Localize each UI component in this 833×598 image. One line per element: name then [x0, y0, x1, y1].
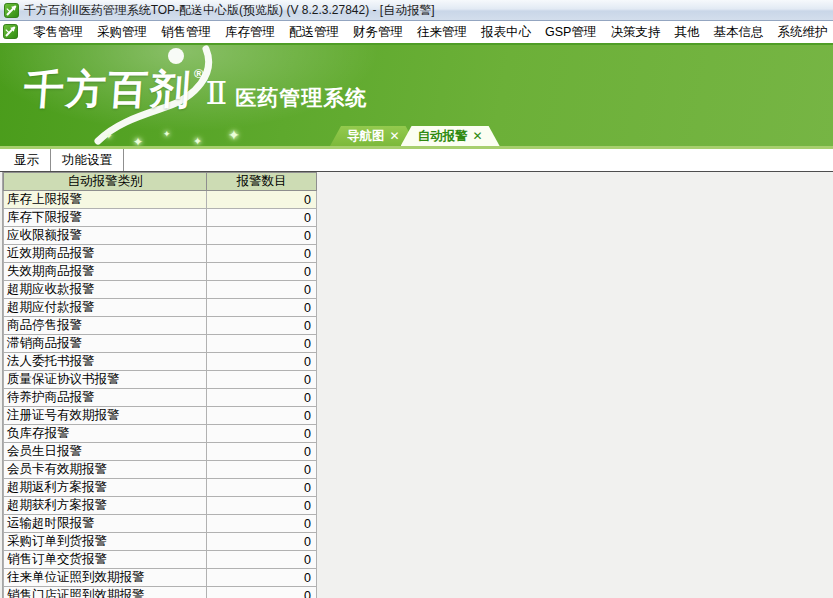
app-logo-icon: [4, 3, 19, 18]
alarm-count-cell[interactable]: 0: [207, 209, 317, 227]
alarm-count-cell[interactable]: 0: [207, 407, 317, 425]
alarm-count-cell[interactable]: 0: [207, 317, 317, 335]
alarm-count-cell[interactable]: 0: [207, 497, 317, 515]
table-row[interactable]: 库存上限报警0: [4, 191, 317, 209]
menu-item-往来管理[interactable]: 往来管理: [410, 22, 474, 43]
close-icon[interactable]: ✕: [473, 129, 483, 143]
alarm-count-cell[interactable]: 0: [207, 389, 317, 407]
column-header-自动报警类别: 自动报警类别: [4, 173, 207, 191]
alarm-category-cell[interactable]: 法人委托书报警: [4, 353, 207, 371]
close-icon[interactable]: ✕: [390, 129, 400, 143]
alarm-count-cell[interactable]: 0: [207, 371, 317, 389]
alarm-count-cell[interactable]: 0: [207, 425, 317, 443]
table-row[interactable]: 注册证号有效期报警0: [4, 407, 317, 425]
alarm-category-cell[interactable]: 库存下限报警: [4, 209, 207, 227]
alarm-category-cell[interactable]: 超期获利方案报警: [4, 497, 207, 515]
alarm-count-cell[interactable]: 0: [207, 443, 317, 461]
menu-item-决策支持[interactable]: 决策支持: [603, 22, 667, 43]
menu-item-销售管理[interactable]: 销售管理: [154, 22, 218, 43]
table-row[interactable]: 滞销商品报警0: [4, 335, 317, 353]
menu-app-logo-icon[interactable]: [3, 24, 20, 41]
panel-tab-strip: 显示功能设置: [0, 149, 833, 171]
alarm-count-cell[interactable]: 0: [207, 515, 317, 533]
alarm-category-cell[interactable]: 负库存报警: [4, 425, 207, 443]
menu-item-报表中心[interactable]: 报表中心: [474, 22, 538, 43]
alarm-category-cell[interactable]: 近效期商品报警: [4, 245, 207, 263]
menu-item-采购管理[interactable]: 采购管理: [90, 22, 154, 43]
doc-tab-label: 自动报警: [418, 128, 468, 145]
menu-item-系统维护[interactable]: 系统维护: [770, 22, 833, 43]
table-row[interactable]: 会员卡有效期报警0: [4, 461, 317, 479]
alarm-category-cell[interactable]: 超期返利方案报警: [4, 479, 207, 497]
table-row[interactable]: 超期应收款报警0: [4, 281, 317, 299]
alarm-count-cell[interactable]: 0: [207, 353, 317, 371]
table-header-row: 自动报警类别报警数目: [4, 173, 317, 191]
alarm-category-cell[interactable]: 会员生日报警: [4, 443, 207, 461]
table-row[interactable]: 负库存报警0: [4, 425, 317, 443]
alarm-count-cell[interactable]: 0: [207, 461, 317, 479]
alarm-count-cell[interactable]: 0: [207, 569, 317, 587]
sparkle-icon: ✦: [163, 129, 171, 139]
panel-tab-功能设置[interactable]: 功能设置: [51, 149, 124, 171]
table-row[interactable]: 销售订单交货报警0: [4, 551, 317, 569]
alarm-category-cell[interactable]: 质量保证协议书报警: [4, 371, 207, 389]
alarm-count-cell[interactable]: 0: [207, 587, 317, 598]
table-row[interactable]: 销售门店证照到效期报警0: [4, 587, 317, 598]
table-row[interactable]: 待养护商品报警0: [4, 389, 317, 407]
menu-item-库存管理[interactable]: 库存管理: [218, 22, 282, 43]
table-row[interactable]: 法人委托书报警0: [4, 353, 317, 371]
table-row[interactable]: 超期获利方案报警0: [4, 497, 317, 515]
content-area: 自动报警类别报警数目 库存上限报警0库存下限报警0应收限额报警0近效期商品报警0…: [0, 171, 833, 598]
alarm-category-cell[interactable]: 滞销商品报警: [4, 335, 207, 353]
alarm-count-cell[interactable]: 0: [207, 479, 317, 497]
alarm-category-cell[interactable]: 销售门店证照到效期报警: [4, 587, 207, 598]
alarm-category-cell[interactable]: 库存上限报警: [4, 191, 207, 209]
menu-item-基本信息[interactable]: 基本信息: [706, 22, 770, 43]
table-row[interactable]: 失效期商品报警0: [4, 263, 317, 281]
menu-item-零售管理[interactable]: 零售管理: [26, 22, 90, 43]
table-row[interactable]: 库存下限报警0: [4, 209, 317, 227]
table-row[interactable]: 采购订单到货报警0: [4, 533, 317, 551]
table-row[interactable]: 超期应付款报警0: [4, 299, 317, 317]
alarm-count-cell[interactable]: 0: [207, 533, 317, 551]
menu-items: 零售管理采购管理销售管理库存管理配送管理财务管理往来管理报表中心GSP管理决策支…: [26, 22, 833, 43]
alarm-count-cell[interactable]: 0: [207, 299, 317, 317]
table-row[interactable]: 超期返利方案报警0: [4, 479, 317, 497]
alarm-category-cell[interactable]: 往来单位证照到效期报警: [4, 569, 207, 587]
table-row[interactable]: 往来单位证照到效期报警0: [4, 569, 317, 587]
menu-item-配送管理[interactable]: 配送管理: [282, 22, 346, 43]
window-title: 千方百剂II医药管理系统TOP-配送中心版(预览版) (V 8.2.3.2784…: [24, 2, 435, 19]
alarm-count-cell[interactable]: 0: [207, 263, 317, 281]
alarm-category-cell[interactable]: 失效期商品报警: [4, 263, 207, 281]
menu-item-其他[interactable]: 其他: [667, 22, 706, 43]
menu-item-财务管理[interactable]: 财务管理: [346, 22, 410, 43]
app-logo: 千方百剂 ® Ⅱ 医药管理系统: [24, 69, 367, 109]
table-row[interactable]: 会员生日报警0: [4, 443, 317, 461]
alarm-count-cell[interactable]: 0: [207, 245, 317, 263]
alarm-count-cell[interactable]: 0: [207, 191, 317, 209]
alarm-category-cell[interactable]: 超期应付款报警: [4, 299, 207, 317]
alarm-category-cell[interactable]: 采购订单到货报警: [4, 533, 207, 551]
alarm-category-cell[interactable]: 注册证号有效期报警: [4, 407, 207, 425]
menu-item-GSP管理[interactable]: GSP管理: [538, 22, 603, 43]
table-row[interactable]: 运输超时限报警0: [4, 515, 317, 533]
alarm-count-cell[interactable]: 0: [207, 227, 317, 245]
alarm-category-cell[interactable]: 运输超时限报警: [4, 515, 207, 533]
logo-subtitle: 医药管理系统: [235, 86, 367, 109]
table-row[interactable]: 商品停售报警0: [4, 317, 317, 335]
application-window: { "window": { "title": "千方百剂II医药管理系统TOP-…: [0, 0, 833, 598]
alarm-category-cell[interactable]: 销售订单交货报警: [4, 551, 207, 569]
alarm-category-cell[interactable]: 应收限额报警: [4, 227, 207, 245]
table-row[interactable]: 质量保证协议书报警0: [4, 371, 317, 389]
alarm-category-cell[interactable]: 待养护商品报警: [4, 389, 207, 407]
alarm-category-cell[interactable]: 超期应收款报警: [4, 281, 207, 299]
alarm-count-cell[interactable]: 0: [207, 335, 317, 353]
alarm-count-cell[interactable]: 0: [207, 281, 317, 299]
panel-tab-显示[interactable]: 显示: [3, 149, 51, 171]
table-row[interactable]: 应收限额报警0: [4, 227, 317, 245]
alarm-category-cell[interactable]: 商品停售报警: [4, 317, 207, 335]
doc-tab-自动报警[interactable]: 自动报警✕: [401, 126, 500, 146]
table-row[interactable]: 近效期商品报警0: [4, 245, 317, 263]
alarm-count-cell[interactable]: 0: [207, 551, 317, 569]
alarm-category-cell[interactable]: 会员卡有效期报警: [4, 461, 207, 479]
